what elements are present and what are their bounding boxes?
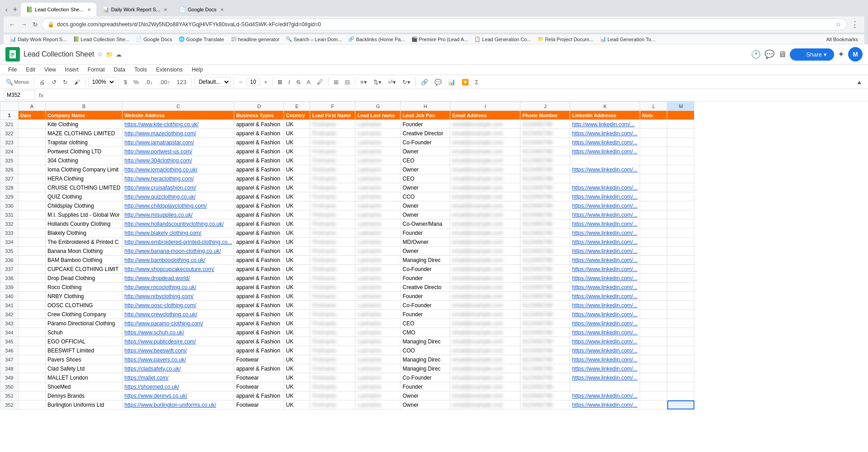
currency-button[interactable]: $ xyxy=(122,77,129,87)
cell-L-328[interactable] xyxy=(640,183,667,192)
cell-I-336[interactable]: email@example.com xyxy=(450,256,520,265)
cell-C-351[interactable]: https://www.dennys.co.uk/ xyxy=(123,391,234,400)
cell-H-338[interactable]: Founder xyxy=(401,274,450,283)
cell-A-348[interactable] xyxy=(19,364,46,373)
tab-close2[interactable]: ✕ xyxy=(164,7,167,12)
highlight-button[interactable]: 🖊 xyxy=(315,77,326,87)
cell-B-333[interactable]: Blakely Clothing xyxy=(46,228,123,238)
cell-I-345[interactable]: email@example.com xyxy=(450,337,520,346)
cell-G-333[interactable]: Lastname xyxy=(355,228,401,238)
cell-A-323[interactable] xyxy=(19,138,46,147)
cell-C-334[interactable]: http://www.embroidered-printed-clothing.… xyxy=(123,238,234,247)
cell-G-330[interactable]: Lastname xyxy=(355,201,401,210)
cell-H-347[interactable]: Managing Direc xyxy=(401,355,450,364)
cell-H-332[interactable]: Co-Owner/Mana xyxy=(401,219,450,228)
cell-I-340[interactable]: email@example.com xyxy=(450,292,520,301)
cell-C-345[interactable]: https://www.publicdesire.com/ xyxy=(123,337,234,346)
cell-D-351[interactable]: apparel & Fashion xyxy=(234,391,284,400)
format-painter-button[interactable]: 🖌 xyxy=(72,77,82,87)
col-header-B[interactable]: B xyxy=(46,102,123,111)
cell-I-321[interactable]: email@example.com xyxy=(450,120,520,129)
cell-K-334[interactable]: https://www.linkedin.com/... xyxy=(570,238,640,247)
cell-G-337[interactable]: Lastname xyxy=(355,265,401,274)
cell-C-342[interactable]: http://www.crewclothing.co.uk/ xyxy=(123,310,234,319)
cell-B-335[interactable]: Banana Moon Clothing xyxy=(46,247,123,256)
cell-L-344[interactable] xyxy=(640,328,667,337)
cell-I-349[interactable]: email@example.com xyxy=(450,373,520,382)
cell-L-334[interactable] xyxy=(640,238,667,247)
menu-edit[interactable]: Edit xyxy=(21,65,40,75)
cell-E-345[interactable]: UK xyxy=(284,337,310,346)
cell-J-323[interactable]: 0123456789 xyxy=(520,138,570,147)
cell-B-326[interactable]: Ioma Clothing Company Limit xyxy=(46,165,123,174)
col-header-I[interactable]: I xyxy=(450,102,520,111)
cell-G-342[interactable]: Lastname xyxy=(355,310,401,319)
cell-L-323[interactable] xyxy=(640,138,667,147)
cell-L-350[interactable] xyxy=(640,382,667,391)
cell-M-336[interactable] xyxy=(667,256,694,265)
cell-K-343[interactable]: https://www.linkedin.com/... xyxy=(570,319,640,328)
cell-K-348[interactable]: https://www.linkedin.com/... xyxy=(570,364,640,373)
cell-H-351[interactable]: Owner xyxy=(401,391,450,400)
cell-D-342[interactable]: apparel & Fashion xyxy=(234,310,284,319)
cell-L-322[interactable] xyxy=(640,129,667,138)
chart-button[interactable]: 📊 xyxy=(446,77,458,87)
cell-B-345[interactable]: EGO OFFICIAL xyxy=(46,337,123,346)
cell-B-327[interactable]: HERA Clothing xyxy=(46,174,123,183)
cell-E-344[interactable]: UK xyxy=(284,328,310,337)
cell-H-335[interactable]: Owner xyxy=(401,247,450,256)
cell-B-338[interactable]: Drop Dead Clothing xyxy=(46,274,123,283)
cell-B-328[interactable]: CRUISE CLOTHING LIMITED xyxy=(46,183,123,192)
cell-G-349[interactable]: Lastname xyxy=(355,373,401,382)
cell-K-322[interactable]: https://www.linkedin.com/... xyxy=(570,129,640,138)
cell-D-339[interactable]: apparel & Fashion xyxy=(234,283,284,292)
cell-C-347[interactable]: https://www.pavers.co.uk/ xyxy=(123,355,234,364)
cell-G-325[interactable]: Lastname xyxy=(355,156,401,165)
cell-C-336[interactable]: http://www.bambooclothing.co.uk/ xyxy=(123,256,234,265)
cell-K-351[interactable]: https://www.linkedin.com/... xyxy=(570,391,640,400)
cell-B-322[interactable]: MAZE CLOTHING LIMITED xyxy=(46,129,123,138)
cell-F-342[interactable]: Firstname xyxy=(310,310,355,319)
cell-A-335[interactable] xyxy=(19,247,46,256)
cell-E-352[interactable]: UK xyxy=(284,400,310,409)
italic-button[interactable]: I xyxy=(286,77,292,87)
cell-I-344[interactable]: email@example.com xyxy=(450,328,520,337)
collapse-button[interactable]: ▲ xyxy=(854,77,864,87)
cell-M-352[interactable] xyxy=(667,400,694,409)
cell-G-351[interactable]: Lastname xyxy=(355,391,401,400)
cell-G-324[interactable]: Lastname xyxy=(355,147,401,156)
cell-L-325[interactable] xyxy=(640,156,667,165)
bookmark-leadgen2[interactable]: 📊 Lead Generation To... xyxy=(597,35,658,43)
cell-B-352[interactable]: Burlington Uniforms Ltd xyxy=(46,400,123,409)
cell-D-329[interactable]: apparel & Fashion xyxy=(234,192,284,201)
cell-G-332[interactable]: Lastname xyxy=(355,219,401,228)
cell-C-341[interactable]: http://www.oosc-clothing.com/ xyxy=(123,301,234,310)
cell-F-346[interactable]: Firstname xyxy=(310,346,355,355)
wrap-button[interactable]: ⏎▾ xyxy=(386,77,398,87)
cell-E-339[interactable]: UK xyxy=(284,283,310,292)
cell-C-338[interactable]: http://www.dropdead.world/ xyxy=(123,274,234,283)
cell-M-322[interactable] xyxy=(667,129,694,138)
bookmark-translate[interactable]: 🌐 Google Translate xyxy=(176,35,227,43)
star-icon[interactable]: ☆ xyxy=(97,51,103,58)
cell-J-333[interactable]: 0123456789 xyxy=(520,228,570,238)
cell-E-346[interactable]: UK xyxy=(284,346,310,355)
cell-D-338[interactable]: apparel & Fashion xyxy=(234,274,284,283)
cell-G-328[interactable]: Lastname xyxy=(355,183,401,192)
extensions-button[interactable]: ⋮ xyxy=(849,18,861,31)
cell-A-330[interactable] xyxy=(19,201,46,210)
tab-nav-left[interactable]: ‹ xyxy=(4,4,9,15)
new-tab-button[interactable]: + xyxy=(10,5,20,14)
cell-J-326[interactable]: 0123456789 xyxy=(520,165,570,174)
cell-A-322[interactable] xyxy=(19,129,46,138)
col-header-E[interactable]: E xyxy=(284,102,310,111)
cell-J-339[interactable]: 0123456789 xyxy=(520,283,570,292)
cell-L-348[interactable] xyxy=(640,364,667,373)
cell-K-339[interactable]: https://www.linkedin.com/... xyxy=(570,283,640,292)
cell-M-330[interactable] xyxy=(667,201,694,210)
col-header-C[interactable]: C xyxy=(123,102,234,111)
cell-F-339[interactable]: Firstname xyxy=(310,283,355,292)
cell-H-345[interactable]: Managing Direc xyxy=(401,337,450,346)
cell-J-329[interactable]: 0123456789 xyxy=(520,192,570,201)
menu-format[interactable]: Format xyxy=(83,65,109,75)
